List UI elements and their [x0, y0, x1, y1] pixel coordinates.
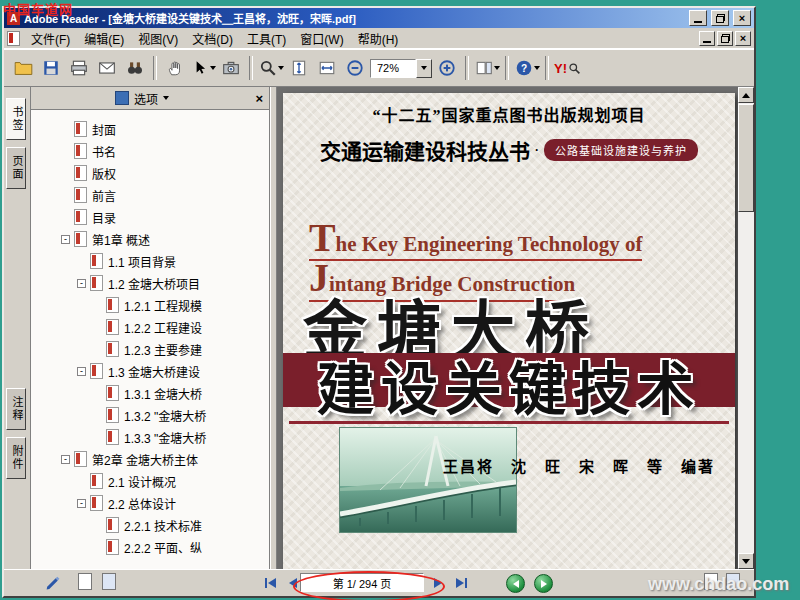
bookmark-item[interactable]: 封面 [31, 118, 269, 140]
document-area[interactable]: “十二五”国家重点图书出版规划项目 交通运输建设科技丛书 · 公路基础设施建设与… [277, 87, 754, 569]
bookmark-item[interactable]: 目录 [31, 206, 269, 228]
first-page-button[interactable] [260, 573, 280, 592]
bookmark-item[interactable]: -1.2 金塘大桥项目 [31, 272, 269, 294]
titlebar[interactable]: A Adobe Reader - [金塘大桥建设关键技术＿王昌将，沈旺，宋晖.p… [4, 8, 754, 28]
doc-close-button[interactable]: × [735, 31, 751, 46]
zoom-tool-button[interactable] [258, 55, 284, 81]
panel-tab-comments[interactable]: 注释 [6, 388, 26, 430]
last-page-button[interactable] [451, 573, 471, 592]
bookmark-label: 1.3.3 "金塘大桥 [124, 429, 206, 446]
open-folder-icon [14, 59, 33, 78]
menu-window[interactable]: 窗口(W) [293, 28, 350, 49]
search-button[interactable] [122, 55, 148, 81]
doc-restore-button[interactable] [717, 31, 733, 46]
bookmark-item[interactable]: 2.2.1 技术标准 [31, 514, 269, 536]
print-button[interactable] [66, 55, 92, 81]
bookmark-item[interactable]: 1.3.2 "金塘大桥 [31, 404, 269, 426]
fit-width-icon [318, 59, 336, 77]
bookmark-item[interactable]: -第2章 金塘大桥主体 [31, 448, 269, 470]
vertical-scrollbar[interactable] [738, 87, 754, 569]
zoom-dropdown-button[interactable] [416, 59, 432, 78]
menu-file[interactable]: 文件(F) [24, 28, 77, 49]
bookmark-item[interactable]: 1.2.2 工程建设 [31, 316, 269, 338]
email-button[interactable] [94, 55, 120, 81]
zoom-in-button[interactable] [434, 55, 460, 81]
dropdown-arrow-icon [278, 66, 284, 70]
yahoo-search-button[interactable]: Y! [554, 55, 581, 81]
open-button[interactable] [10, 55, 36, 81]
collapse-toggle-icon[interactable]: - [77, 279, 86, 288]
close-button[interactable]: × [733, 10, 751, 26]
cover-rule [289, 421, 729, 424]
select-tool-button[interactable] [190, 55, 216, 81]
arrow-right-icon [541, 580, 547, 588]
toolbar-separator [545, 56, 549, 80]
scrollbar-thumb[interactable] [738, 104, 754, 212]
zoom-in-icon [438, 59, 456, 77]
fit-width-button[interactable] [314, 55, 340, 81]
snapshot-button[interactable] [218, 55, 244, 81]
bookmark-page-icon [90, 473, 103, 489]
doc-minimize-button[interactable] [699, 31, 715, 46]
bookmark-item[interactable]: 书名 [31, 140, 269, 162]
minimize-icon [694, 21, 702, 23]
menu-view[interactable]: 视图(V) [131, 28, 185, 49]
minimize-button[interactable] [689, 10, 707, 26]
bookmark-item[interactable]: -第1章 概述 [31, 228, 269, 250]
panel-splitter[interactable] [270, 87, 277, 569]
next-view-button[interactable] [534, 574, 553, 593]
window-title: Adobe Reader - [金塘大桥建设关键技术＿王昌将，沈旺，宋晖.pdf… [24, 10, 685, 26]
collapse-toggle-icon[interactable]: - [61, 235, 70, 244]
bookmark-label: 1.2.1 工程规模 [124, 297, 202, 314]
menu-tools[interactable]: 工具(T) [240, 28, 293, 49]
menu-help[interactable]: 帮助(H) [351, 28, 406, 49]
scroll-down-button[interactable] [738, 553, 754, 569]
menu-edit[interactable]: 编辑(E) [77, 28, 131, 49]
previous-view-button[interactable] [506, 574, 525, 593]
bookmark-label: 版权 [92, 165, 116, 182]
magnifier-icon [568, 62, 581, 75]
bookmark-label: 封面 [92, 121, 116, 138]
bookmark-item[interactable]: 版权 [31, 162, 269, 184]
page-layout-icon [475, 59, 493, 77]
zoom-level-combobox[interactable]: 72% [370, 59, 432, 78]
restore-button[interactable] [711, 10, 729, 26]
save-button[interactable] [38, 55, 64, 81]
signature-pen-button[interactable] [44, 573, 61, 590]
bookmark-item[interactable]: 1.1 项目背景 [31, 250, 269, 272]
page-layout-button[interactable] [474, 55, 500, 81]
arrow-left-icon [268, 578, 276, 588]
bookmark-page-icon [90, 495, 103, 511]
panel-tab-bookmarks[interactable]: 书签 [6, 98, 26, 140]
bookmark-item[interactable]: -1.3 金塘大桥建设 [31, 360, 269, 382]
collapse-toggle-icon[interactable]: - [61, 455, 70, 464]
fit-page-button[interactable] [286, 55, 312, 81]
bookmark-label: 1.3.1 金塘大桥 [124, 385, 202, 402]
last-page-icon [465, 578, 467, 588]
bookmark-item[interactable]: 2.1 设计概况 [31, 470, 269, 492]
single-page-layout-button[interactable] [78, 573, 92, 590]
bookmark-page-icon [74, 165, 87, 181]
bookmark-label: 2.1 设计概况 [108, 473, 176, 490]
help-button[interactable]: ? [514, 55, 540, 81]
bookmark-item[interactable]: 1.2.1 工程规模 [31, 294, 269, 316]
bookmark-item[interactable]: 2.2.2 平面、纵 [31, 536, 269, 558]
hand-tool-button[interactable] [162, 55, 188, 81]
continuous-layout-button[interactable] [102, 573, 116, 590]
panel-tab-attachments[interactable]: 附件 [6, 437, 26, 479]
close-panel-button[interactable]: × [255, 92, 263, 105]
collapse-toggle-icon[interactable]: - [77, 367, 86, 376]
bookmark-item[interactable]: 1.2.3 主要参建 [31, 338, 269, 360]
scroll-up-button[interactable] [738, 87, 754, 103]
zoom-out-button[interactable] [342, 55, 368, 81]
panel-tab-pages[interactable]: 页面 [6, 147, 26, 189]
bookmark-item[interactable]: -2.2 总体设计 [31, 492, 269, 514]
menu-document[interactable]: 文档(D) [185, 28, 240, 49]
bookmark-item[interactable]: 前言 [31, 184, 269, 206]
options-menu-button[interactable]: 选项 [134, 90, 158, 107]
collapse-toggle-icon[interactable]: - [77, 499, 86, 508]
zoom-level-value[interactable]: 72% [370, 59, 416, 78]
bookmark-page-icon [106, 385, 119, 401]
bookmark-item[interactable]: 1.3.1 金塘大桥 [31, 382, 269, 404]
bookmark-item[interactable]: 1.3.3 "金塘大桥 [31, 426, 269, 448]
